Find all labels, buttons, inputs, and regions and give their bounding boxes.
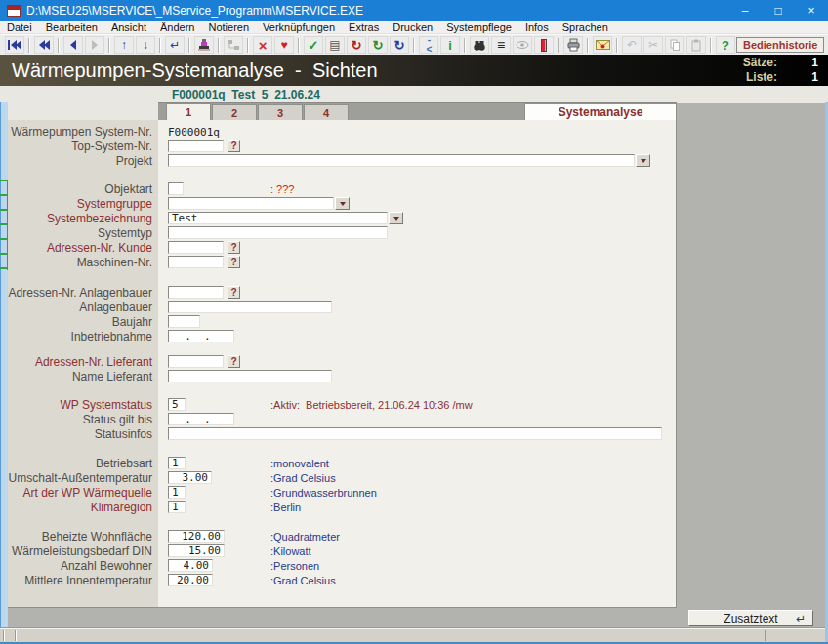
toolbar-print-button[interactable] [563,36,583,54]
field-area: :Quadratmeter [158,530,676,543]
toolbar-image-button[interactable] [534,36,554,54]
field-label: Systembezeichnung [8,212,158,225]
toolbar-separator [247,38,249,53]
field-area: :Aktiv: Betriebsbereit, 21.06.24 10:36 /… [158,398,676,411]
menu-drucken[interactable]: Drucken [386,22,439,33]
statusinfos-input[interactable] [168,427,662,440]
maschinen-nr-input[interactable] [168,256,224,268]
field-annotation: :Aktiv: Betriebsbereit, 21.06.24 10:36 /… [270,399,473,411]
lookup-help-button[interactable]: ? [228,140,240,152]
header-stat-row: Liste:1 [743,70,818,85]
toolbar-previous-block-button[interactable] [34,36,54,54]
dropdown-arrow-button[interactable] [636,154,650,167]
cut-icon: ✂ [648,39,658,51]
toolbar-reload-green-button[interactable]: ↻ [368,36,388,54]
mittlere-innentemperatur-input[interactable] [168,574,213,586]
anlagenbauer-input[interactable] [168,301,332,313]
adressen-nr-anlagenbauer-input[interactable] [168,286,224,299]
status-bar [0,628,828,642]
dropdown-arrow-button[interactable] [335,197,350,210]
menu-extras[interactable]: Extras [342,22,386,33]
tab-systemanalyse[interactable]: Systemanalyse [524,103,677,120]
toolbar-first-record-button[interactable] [5,36,24,54]
toolbar-delete-button[interactable]: × [253,36,272,54]
form-row-baujahr: Baujahr [8,315,676,330]
menu-systempflege[interactable]: Systempflege [439,22,518,33]
toolbar-search-button[interactable] [470,36,489,54]
toolbar-stamp-button[interactable] [194,36,214,54]
status-divider [15,630,17,641]
field-area [158,197,676,210]
toolbar-previous-record-button[interactable] [63,36,83,54]
minimize-button[interactable]: – [728,0,762,21]
art-der-wp-w-rmequelle-input[interactable] [168,486,186,499]
tab-page-2[interactable]: 2 [212,104,257,120]
systembezeichnung-input[interactable] [168,212,388,224]
beheizte-wohnfl-che-input[interactable] [168,530,225,543]
field-label: Systemgruppe [8,197,158,211]
w-rmeleistungsbedarf-din-input[interactable] [168,544,225,557]
objektart-input[interactable] [168,182,184,195]
menu-notieren[interactable]: Notieren [201,22,256,33]
toolbar-favorite-button[interactable]: ♥ [274,36,294,54]
toolbar-move-up-button[interactable]: ↑ [114,36,134,54]
anzahl-bewohner-input[interactable] [168,559,213,572]
adressen-nr-kunde-input[interactable] [168,241,224,254]
close-button[interactable]: × [795,0,828,21]
menu-ansicht[interactable]: Ansicht [104,22,153,33]
adressen-nr-lieferant-input[interactable] [168,355,224,368]
maximize-button[interactable]: □ [762,0,795,21]
toolbar-list-button[interactable]: ≡ [491,36,511,54]
toolbar-move-down-button[interactable]: ↓ [136,36,155,54]
field-label: Umschalt-Außentemperatur [8,471,158,485]
lookup-help-button[interactable]: ? [228,256,240,268]
menu-bearbeiten[interactable]: Bearbeiten [39,22,104,33]
field-annotation: :Kilowatt [270,545,311,557]
zusatztext-button[interactable]: Zusatztext ↵ [688,610,813,626]
status-gilt-bis-input[interactable] [168,413,234,425]
toolbar-confirm-button[interactable]: ✓ [304,36,323,54]
lookup-help-button[interactable]: ? [228,241,240,254]
umschalt-au-entemperatur-input[interactable] [168,471,212,484]
wp-systemstatus-input[interactable] [168,398,186,411]
menu-verkn-pfungen[interactable]: Verknüpfungen [256,22,342,33]
toolbar-enter-button[interactable]: ↵ [165,36,185,54]
toolbar-branch-button[interactable]: -< [419,36,438,54]
toolbar-info-button[interactable]: i [440,36,460,54]
toolbar-mail-button[interactable] [593,36,612,54]
top-system-nr-input[interactable] [168,140,224,152]
tab-page-1[interactable]: 1 [166,103,211,120]
systemtyp-input[interactable] [168,226,388,239]
toolbar-reload-red-button[interactable]: ↻ [347,36,366,54]
reload-green-icon: ↻ [373,39,384,52]
menu-datei[interactable]: Datei [0,22,39,33]
name-lieferant-input[interactable] [168,370,332,382]
klimaregion-input[interactable] [168,501,186,513]
form-row-systemtyp: Systemtyp [8,226,676,241]
tab-page-4[interactable]: 4 [304,104,349,120]
baujahr-input[interactable] [168,315,200,328]
field-area: :Kilowatt [158,544,676,557]
menu-sprachen[interactable]: Sprachen [556,22,615,33]
tab-page-3[interactable]: 3 [258,104,303,120]
lookup-help-button[interactable]: ? [228,355,240,368]
lookup-help-button[interactable]: ? [228,286,240,299]
field-label: Beheizte Wohnfläche [8,530,158,543]
reload-red-icon: ↻ [352,39,362,52]
menu-ndern[interactable]: Ändern [153,22,201,33]
field-label: Mittlere Innentemperatur [8,574,158,587]
field-area: :Grad Celsius [158,471,676,484]
form-row-inbetriebnahme: Inbetriebnahme [8,330,676,344]
field-area: :monovalent [158,457,676,469]
betriebsart-input[interactable] [168,457,186,469]
menu-infos[interactable]: Infos [518,22,556,33]
toolbar-notes-button[interactable]: ▤ [325,36,345,54]
toolbar-help-button[interactable]: ? [716,36,735,54]
bedienhistorie-button[interactable]: Bedienhistorie [736,37,824,53]
inbetriebnahme-input[interactable] [168,330,234,342]
dropdown-arrow-button[interactable] [389,212,403,224]
zusatztext-label: Zusatztext [724,612,777,625]
projekt-input[interactable] [168,154,635,167]
systemgruppe-input[interactable] [168,197,334,210]
toolbar-reload-blue-button[interactable]: ↻ [390,36,409,54]
